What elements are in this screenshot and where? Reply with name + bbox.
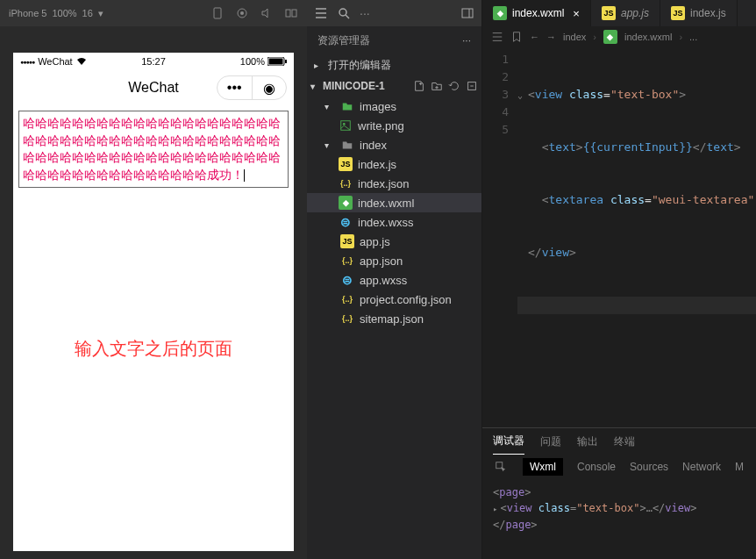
breadcrumb-item[interactable]: ...: [689, 32, 697, 42]
wxml-file-icon: ◆: [339, 196, 353, 210]
file-app-js[interactable]: JS app.js: [307, 232, 481, 251]
capsule-close-button[interactable]: ◉: [253, 76, 287, 99]
code-editor[interactable]: 1 2 3 4 5 ⌄<view class="text-box"> <text…: [482, 47, 756, 427]
tab-terminal[interactable]: 终端: [614, 429, 635, 455]
line-number: 4: [482, 104, 509, 121]
tab-index-js[interactable]: JS index.js: [660, 0, 738, 26]
phone-nav-bar: WeChat ••• ◉: [13, 70, 294, 105]
subtab-more[interactable]: M: [735, 461, 744, 473]
images-folder-icon: [340, 99, 354, 113]
svg-rect-3: [286, 10, 290, 17]
folder-index[interactable]: ▾ index: [307, 135, 481, 154]
device-name[interactable]: iPhone 5: [9, 8, 46, 18]
tab-label: app.js: [621, 7, 649, 19]
file-write-png[interactable]: write.png: [307, 116, 481, 135]
file-index-js[interactable]: JS index.js: [307, 154, 481, 174]
inspect-icon[interactable]: [493, 459, 509, 475]
chevron-right-icon: ›: [593, 32, 596, 42]
image-file-icon: [339, 118, 353, 133]
tab-app-js[interactable]: JS app.js: [591, 0, 660, 26]
text-box[interactable]: 哈哈哈哈哈哈哈哈哈哈哈哈哈哈哈哈哈哈哈哈哈哈哈哈哈哈哈哈哈哈哈哈哈哈哈哈哈哈哈哈…: [18, 111, 289, 188]
svg-rect-9: [462, 9, 473, 18]
js-file-icon: JS: [340, 234, 354, 248]
close-icon[interactable]: ×: [573, 7, 580, 20]
line-number: 1: [482, 51, 509, 68]
new-folder-icon[interactable]: [431, 80, 443, 92]
signal-icon: ●●●●●: [20, 59, 34, 65]
page-title: WeChat: [128, 80, 179, 96]
panel-tabs: 调试器 问题 输出 终端: [482, 428, 756, 455]
back-icon[interactable]: ←: [530, 32, 539, 42]
more-actions-icon[interactable]: ···: [462, 34, 471, 47]
file-index-wxml[interactable]: ◆ index.wxml: [307, 193, 481, 212]
file-project-config[interactable]: {..} project.config.json: [307, 290, 481, 309]
folder-label: images: [360, 100, 396, 113]
wxss-file-icon: ⊜: [339, 215, 353, 229]
js-file-icon: JS: [602, 6, 616, 20]
collapse-icon[interactable]: [466, 80, 478, 92]
explorer-tree: ▸ 打开的编辑器 ▾ MINICODE-1 ▾ images write.png: [307, 54, 481, 328]
wxss-file-icon: ⊜: [340, 273, 354, 287]
chevron-down-icon: ▾: [325, 140, 335, 150]
mute-icon[interactable]: [260, 6, 274, 20]
subtab-network[interactable]: Network: [682, 461, 721, 473]
list-icon[interactable]: [314, 6, 328, 20]
code-content[interactable]: ⌄<view class="text-box"> <text>{{current…: [517, 47, 756, 427]
chevron-down-icon: ▾: [310, 82, 321, 91]
tab-label: index.js: [690, 7, 726, 19]
explorer-title-label: 资源管理器: [317, 33, 370, 48]
tab-issues[interactable]: 问题: [540, 429, 561, 455]
file-label: index.wxss: [358, 216, 414, 229]
bottom-panel: 调试器 问题 输出 终端 Wxml Console Sources Networ…: [482, 427, 756, 559]
more-icon[interactable]: ···: [360, 6, 370, 20]
file-label: write.png: [358, 119, 404, 133]
tab-label: index.wxml: [512, 7, 564, 19]
split-icon[interactable]: [284, 6, 298, 20]
wxml-file-icon: ◆: [493, 6, 507, 20]
expand-icon[interactable]: ▸: [493, 505, 497, 513]
file-index-json[interactable]: {..} index.json: [307, 174, 481, 193]
open-editors-section[interactable]: ▸ 打开的编辑器: [307, 54, 481, 75]
file-app-wxss[interactable]: ⊜ app.wxss: [307, 270, 481, 290]
tab-output[interactable]: 输出: [577, 429, 598, 455]
explorer-panel: ··· 资源管理器 ··· ▸ 打开的编辑器 ▾ MINICODE-1 ▾ i: [307, 0, 482, 559]
carrier-label: WeChat: [38, 56, 73, 67]
json-file-icon: {..}: [339, 176, 353, 190]
tab-debugger[interactable]: 调试器: [493, 428, 524, 455]
list-icon[interactable]: [491, 31, 503, 43]
file-index-wxss[interactable]: ⊜ index.wxss: [307, 212, 481, 232]
svg-point-8: [339, 9, 346, 16]
bookmark-icon[interactable]: [510, 31, 523, 43]
open-editors-label: 打开的编辑器: [328, 58, 391, 73]
tab-index-wxml[interactable]: ◆ index.wxml ×: [482, 0, 591, 26]
folder-images[interactable]: ▾ images: [307, 97, 481, 116]
file-app-json[interactable]: {..} app.json: [307, 251, 481, 270]
subtab-sources[interactable]: Sources: [630, 461, 668, 473]
device-fontsize[interactable]: 16: [82, 8, 93, 18]
panel-toggle-icon[interactable]: [460, 6, 474, 20]
file-sitemap[interactable]: {..} sitemap.json: [307, 309, 481, 328]
record-icon[interactable]: [235, 6, 249, 20]
file-label: project.config.json: [360, 293, 452, 306]
search-icon[interactable]: [337, 6, 351, 20]
device-area: ●●●●● WeChat 15:27 100% WeChat ••• ◉: [0, 26, 307, 559]
phone-screen: ●●●●● WeChat 15:27 100% WeChat ••• ◉: [13, 53, 294, 551]
json-file-icon: {..}: [340, 292, 354, 306]
wifi-icon: [76, 57, 87, 66]
subtab-wxml[interactable]: Wxml: [523, 458, 563, 476]
refresh-icon[interactable]: [448, 80, 460, 92]
wxml-inspector[interactable]: <page> ▸<view class="text-box">…</view> …: [482, 479, 756, 559]
breadcrumb-item[interactable]: index: [563, 32, 586, 42]
device-zoom[interactable]: 100%: [52, 8, 76, 18]
device-rotate-icon[interactable]: [210, 6, 225, 20]
subtab-console[interactable]: Console: [577, 461, 616, 473]
project-section[interactable]: ▾ MINICODE-1: [307, 75, 481, 97]
breadcrumb-item[interactable]: index.wxml: [624, 32, 672, 42]
forward-icon[interactable]: →: [546, 32, 556, 42]
capsule-menu-button[interactable]: •••: [218, 76, 253, 99]
file-label: sitemap.json: [360, 312, 424, 326]
json-file-icon: {..}: [340, 254, 354, 268]
new-file-icon[interactable]: [413, 80, 425, 92]
time-label: 15:27: [141, 56, 166, 67]
chevron-down-icon[interactable]: ▾: [98, 8, 103, 19]
